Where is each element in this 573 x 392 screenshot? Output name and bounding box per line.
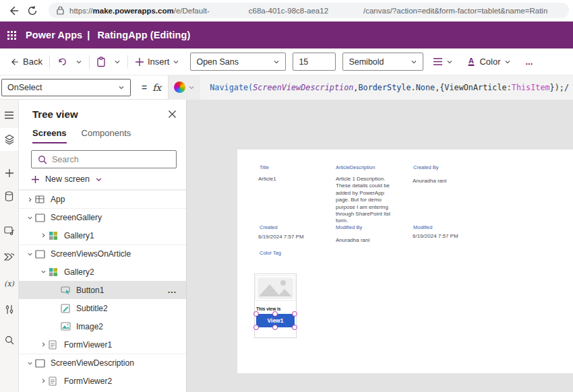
selection-handle[interactable] <box>292 325 297 330</box>
chevron-right-icon[interactable] <box>38 378 49 384</box>
chevron-down-icon[interactable] <box>38 269 49 275</box>
tree-view-icon[interactable] <box>0 128 18 151</box>
form-field-label: Created By <box>413 164 439 170</box>
variables-icon[interactable]: (x) <box>0 272 18 295</box>
back-arrow-icon <box>9 57 20 67</box>
canvas-area[interactable]: TitleArticle1ArticleDescriptionArticle 1… <box>187 100 573 392</box>
align-lines-icon <box>433 57 443 66</box>
chevron-down-icon <box>411 59 417 65</box>
gallery-item[interactable]: This view is View1 <box>254 273 297 338</box>
tree-item-button1[interactable]: Button1... <box>19 281 186 299</box>
tree-list: AppScreenGalleryGallery1ScreenViewsOnArt… <box>19 190 186 390</box>
image-placeholder[interactable] <box>255 275 295 301</box>
gallery-icon <box>49 231 59 240</box>
toolbar-overflow-button[interactable]: ... <box>522 52 537 72</box>
color-button[interactable]: A Color <box>462 52 514 72</box>
form-field-value: Anuradha rani <box>413 178 473 185</box>
tree-item-label: Button1 <box>76 286 104 295</box>
tree-view-panel: Tree view Screens Components Search New … <box>19 100 187 392</box>
media-icon[interactable] <box>0 220 18 242</box>
url-segment-2: c68a-401c-98c8-aea12 <box>249 7 328 15</box>
formula-bar: OnSelect = fx Navigate(ScreenViewDescrip… <box>0 75 573 100</box>
tree-item-label: ScreenGallery <box>51 213 102 222</box>
tree-item-gallery1[interactable]: Gallery1 <box>19 226 186 244</box>
font-size-input[interactable]: 15 <box>293 53 336 71</box>
chevron-down-icon <box>114 59 121 65</box>
tree-item-formviewer1[interactable]: FormViewer1 <box>19 335 186 354</box>
insert-rail-icon[interactable] <box>0 162 18 185</box>
font-weight-select[interactable]: Semibold <box>342 53 423 71</box>
browser-back-icon[interactable] <box>4 1 23 20</box>
close-icon[interactable] <box>168 110 177 119</box>
code-segment: None <box>416 83 435 92</box>
paste-button[interactable] <box>92 52 110 72</box>
tree-item-screenviewsonarticle[interactable]: ScreenViewsOnArticle <box>19 244 186 263</box>
chevron-down-icon[interactable] <box>24 215 35 221</box>
new-screen-button[interactable]: New screen <box>19 168 186 190</box>
tree-item-app[interactable]: App <box>19 190 186 208</box>
tree-item-subtitle2[interactable]: Subtitle2 <box>19 299 186 317</box>
gallery-caption: This view is <box>256 306 281 311</box>
selection-handle[interactable] <box>253 325 259 330</box>
undo-button[interactable] <box>53 52 71 72</box>
selection-handle[interactable] <box>253 311 259 317</box>
app-icon <box>35 195 45 204</box>
tree-item-screenviewdescription[interactable]: ScreenViewDescription <box>19 354 186 372</box>
screen-preview[interactable]: TitleArticle1ArticleDescriptionArticle 1… <box>237 150 573 373</box>
hamburger-menu-icon[interactable] <box>0 104 18 127</box>
back-button[interactable]: Back <box>5 52 47 72</box>
form-field-value: Article 1 Description. These details cou… <box>336 176 392 225</box>
code-segment: Navigate( <box>210 83 253 92</box>
chevron-right-icon[interactable] <box>24 197 35 203</box>
power-automate-icon[interactable] <box>0 245 18 268</box>
selection-handle[interactable] <box>272 311 278 317</box>
tree-item-gallery2[interactable]: Gallery2 <box>19 263 186 281</box>
tree-item-label: Gallery1 <box>64 231 94 240</box>
chevron-right-icon[interactable] <box>38 341 49 348</box>
search-rail-icon[interactable] <box>0 329 18 352</box>
tab-components[interactable]: Components <box>82 128 131 143</box>
chevron-right-icon[interactable] <box>38 232 49 238</box>
form-field-label: Modified <box>413 224 432 230</box>
tree-item-formviewer2[interactable]: FormViewer2 <box>19 372 186 390</box>
property-select[interactable]: OnSelect <box>1 79 131 96</box>
advanced-tools-icon[interactable] <box>0 298 18 321</box>
plus-icon <box>31 175 40 184</box>
tab-screens[interactable]: Screens <box>32 128 67 143</box>
image-placeholder-icon <box>258 277 293 299</box>
text-align-button[interactable] <box>429 52 457 72</box>
app-header: Power Apps | RatingApp (Editing) <box>0 22 573 48</box>
waffle-menu-icon[interactable] <box>0 22 23 48</box>
browser-refresh-icon[interactable] <box>23 1 42 20</box>
form-icon <box>49 340 59 350</box>
selection-handle[interactable] <box>272 325 278 330</box>
tree-item-label: ScreenViewDescription <box>51 358 134 368</box>
font-family-select[interactable]: Open Sans <box>190 53 286 71</box>
url-segment-3: /canvas/?action=edit&form-factor=tablet&… <box>363 7 547 15</box>
item-overflow-button[interactable]: ... <box>168 286 177 295</box>
formula-code[interactable]: Navigate(ScreenViewDescription,BorderSty… <box>210 83 569 92</box>
data-icon[interactable] <box>0 185 18 207</box>
formula-input-zone[interactable]: Navigate(ScreenViewDescription,BorderSty… <box>168 75 573 100</box>
insert-button[interactable]: Insert <box>131 52 184 72</box>
selection-handle[interactable] <box>292 311 297 317</box>
app-title: RatingApp (Editing) <box>97 30 190 40</box>
undo-icon <box>57 57 67 67</box>
form-field-label: ArticleDescription <box>336 164 375 170</box>
chevron-down-icon[interactable] <box>24 251 35 257</box>
toolbar: Back Insert Open Sans <box>0 48 573 75</box>
address-bar[interactable]: https://make.powerapps.com/e/Default- c6… <box>49 3 569 18</box>
code-segment: . <box>411 83 416 92</box>
search-input[interactable]: Search <box>31 150 177 168</box>
screen-icon <box>35 214 45 222</box>
search-icon <box>38 155 47 164</box>
undo-dropdown[interactable] <box>71 52 86 72</box>
tree-item-screengallery[interactable]: ScreenGallery <box>19 208 186 226</box>
tree-item-label: Gallery2 <box>64 267 94 277</box>
paste-dropdown[interactable] <box>110 52 125 72</box>
form-field-value: 6/19/2024 7:57 PM <box>413 233 477 240</box>
copilot-button[interactable] <box>169 75 200 100</box>
tree-item-image2[interactable]: Image2 <box>19 317 186 335</box>
chevron-down-icon <box>95 176 102 183</box>
chevron-down-icon[interactable] <box>24 360 35 366</box>
